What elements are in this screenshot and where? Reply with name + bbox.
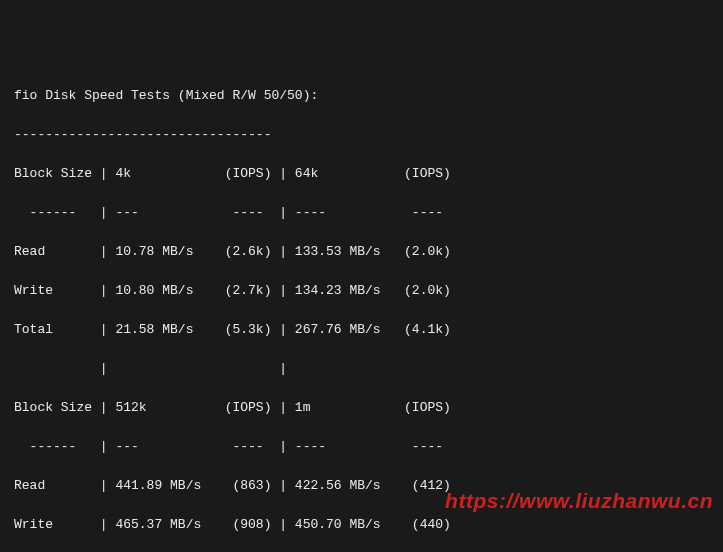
fio-header-1-rule: ------ | --- ---- | ---- ---- (14, 203, 709, 223)
fio-row-write-1: Write | 10.80 MB/s (2.7k) | 134.23 MB/s … (14, 281, 709, 301)
fio-row-total-1: Total | 21.58 MB/s (5.3k) | 267.76 MB/s … (14, 320, 709, 340)
fio-header-2: Block Size | 512k (IOPS) | 1m (IOPS) (14, 398, 709, 418)
watermark-text: https://www.liuzhanwu.cn (445, 485, 713, 517)
fio-row-write-2: Write | 465.37 MB/s (908) | 450.70 MB/s … (14, 515, 709, 535)
fio-divider: --------------------------------- (14, 125, 709, 145)
fio-spacer-1: | | (14, 359, 709, 379)
fio-title: fio Disk Speed Tests (Mixed R/W 50/50): (14, 86, 709, 106)
fio-header-2-rule: ------ | --- ---- | ---- ---- (14, 437, 709, 457)
fio-row-read-1: Read | 10.78 MB/s (2.6k) | 133.53 MB/s (… (14, 242, 709, 262)
fio-header-1: Block Size | 4k (IOPS) | 64k (IOPS) (14, 164, 709, 184)
